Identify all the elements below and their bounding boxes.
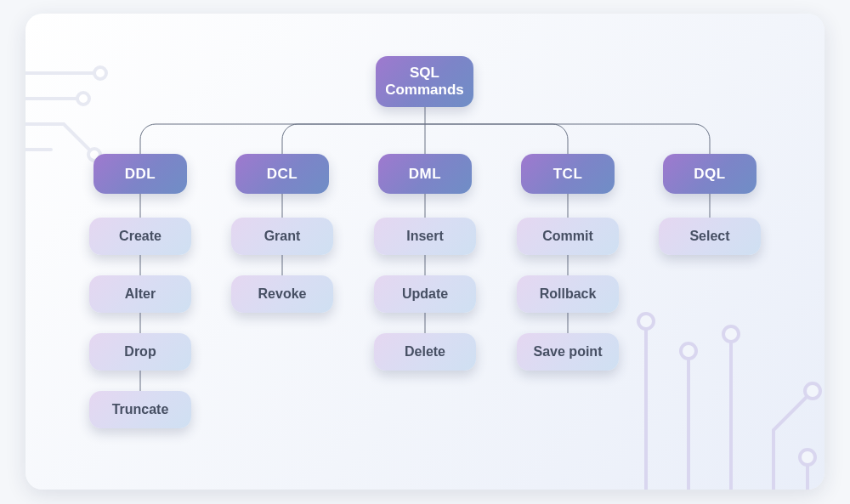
leaf-node-create: Create [89, 218, 191, 255]
category-node-ddl: DDL [94, 154, 187, 194]
category-node-dql: DQL [663, 154, 756, 194]
category-node-dcl: DCL [235, 154, 329, 194]
decoration-circuit-bottom-right [612, 277, 824, 490]
leaf-node-delete: Delete [374, 333, 476, 371]
category-node-tcl: TCL [521, 154, 615, 194]
diagram-canvas: SQL Commands DDL DCL DML TCL DQL Create … [0, 0, 850, 504]
diagram-card: SQL Commands DDL DCL DML TCL DQL Create … [26, 14, 824, 490]
leaf-node-truncate: Truncate [89, 391, 191, 428]
svg-point-4 [681, 343, 696, 359]
leaf-node-grant: Grant [231, 218, 333, 255]
svg-point-7 [800, 450, 815, 465]
leaf-node-rollback: Rollback [517, 275, 619, 313]
category-node-dml: DML [378, 154, 472, 194]
leaf-node-select: Select [659, 218, 761, 255]
leaf-node-insert: Insert [374, 218, 476, 255]
root-node-sql-commands: SQL Commands [376, 56, 473, 107]
leaf-node-savepoint: Save point [517, 333, 619, 371]
leaf-node-update: Update [374, 275, 476, 313]
leaf-node-alter: Alter [89, 275, 191, 313]
leaf-node-drop: Drop [89, 333, 191, 371]
decoration-circuit-top-left [26, 60, 144, 162]
leaf-node-revoke: Revoke [231, 275, 333, 313]
svg-point-1 [77, 93, 89, 105]
svg-point-3 [638, 314, 654, 329]
svg-point-5 [723, 326, 739, 342]
svg-point-6 [805, 383, 820, 399]
leaf-node-commit: Commit [517, 218, 619, 255]
svg-point-0 [94, 67, 106, 79]
